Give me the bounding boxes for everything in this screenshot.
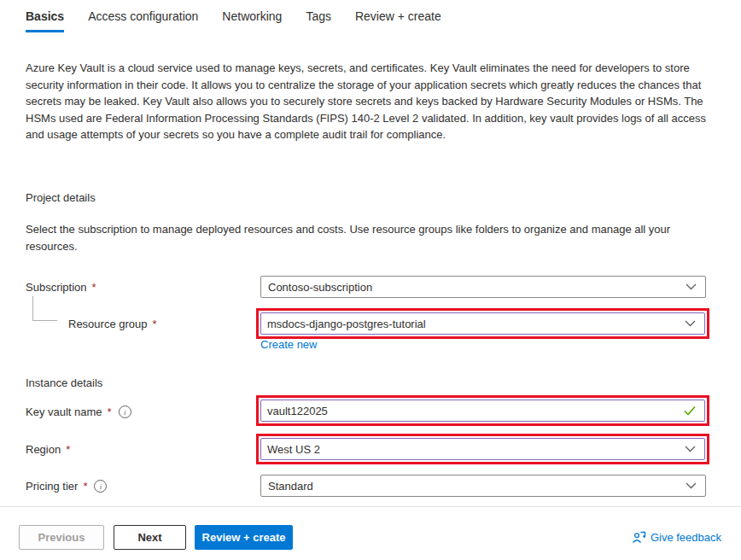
give-feedback-label: Give feedback xyxy=(651,531,721,544)
pricing-tier-label-text: Pricing tier xyxy=(26,480,78,493)
pricing-tier-value: Standard xyxy=(268,480,313,493)
key-vault-name-label-text: Key vault name xyxy=(26,405,102,418)
required-asterisk: * xyxy=(66,443,70,456)
required-asterisk: * xyxy=(92,281,96,294)
next-button[interactable]: Next xyxy=(114,525,186,550)
resource-group-value: msdocs-django-postgres-tutorial xyxy=(267,318,426,330)
required-asterisk: * xyxy=(83,480,87,493)
key-vault-name-value: vault122025 xyxy=(267,405,328,417)
tab-access-configuration[interactable]: Access configuration xyxy=(88,9,198,32)
required-asterisk: * xyxy=(153,318,157,330)
valid-checkmark-icon xyxy=(684,406,696,416)
resource-group-highlight-box: msdocs-django-postgres-tutorial xyxy=(256,308,709,339)
wizard-tabs: Basics Access configuration Networking T… xyxy=(26,9,441,32)
review-create-button[interactable]: Review + create xyxy=(195,525,293,550)
tab-tags[interactable]: Tags xyxy=(306,9,331,32)
chevron-down-icon xyxy=(686,283,697,290)
region-label-text: Region xyxy=(26,443,61,456)
tab-basics[interactable]: Basics xyxy=(26,9,64,32)
project-details-subtitle: Select the subscription to manage deploy… xyxy=(26,221,714,254)
resource-group-connector-line xyxy=(32,296,57,321)
region-value: West US 2 xyxy=(267,443,320,456)
chevron-down-icon xyxy=(685,320,696,327)
region-highlight-box: West US 2 xyxy=(256,434,709,464)
subscription-label: Subscription* xyxy=(26,281,96,294)
region-label: Region* xyxy=(26,443,70,456)
key-vault-name-input[interactable]: vault122025 xyxy=(260,400,705,422)
chevron-down-icon xyxy=(685,446,696,452)
service-description: Azure Key Vault is a cloud service used … xyxy=(26,60,721,143)
previous-button[interactable]: Previous xyxy=(19,525,104,550)
chevron-down-icon xyxy=(686,482,697,489)
give-feedback-link[interactable]: Give feedback xyxy=(632,530,721,544)
tab-review-create[interactable]: Review + create xyxy=(355,9,441,32)
tab-networking[interactable]: Networking xyxy=(222,9,282,32)
create-key-vault-basics-page: Basics Access configuration Networking T… xyxy=(0,0,741,560)
create-new-link[interactable]: Create new xyxy=(260,338,317,351)
subscription-label-text: Subscription xyxy=(26,281,87,294)
project-details-heading: Project details xyxy=(26,191,96,204)
pricing-tier-label: Pricing tier* i xyxy=(26,480,107,493)
info-icon[interactable]: i xyxy=(94,480,107,493)
info-icon[interactable]: i xyxy=(119,405,131,418)
resource-group-label-text: Resource group xyxy=(68,318,148,330)
key-vault-name-label: Key vault name* i xyxy=(26,405,131,418)
subscription-dropdown[interactable]: Contoso-subscription xyxy=(260,276,706,298)
required-asterisk: * xyxy=(108,405,112,418)
resource-group-dropdown[interactable]: msdocs-django-postgres-tutorial xyxy=(260,312,705,335)
feedback-icon xyxy=(632,530,646,544)
footer-divider xyxy=(0,506,741,507)
key-vault-name-highlight-box: vault122025 xyxy=(256,395,709,426)
region-dropdown[interactable]: West US 2 xyxy=(260,438,705,460)
resource-group-label: Resource group* xyxy=(68,318,157,330)
subscription-value: Contoso-subscription xyxy=(268,281,372,294)
instance-details-heading: Instance details xyxy=(26,376,102,389)
pricing-tier-dropdown[interactable]: Standard xyxy=(260,475,706,497)
